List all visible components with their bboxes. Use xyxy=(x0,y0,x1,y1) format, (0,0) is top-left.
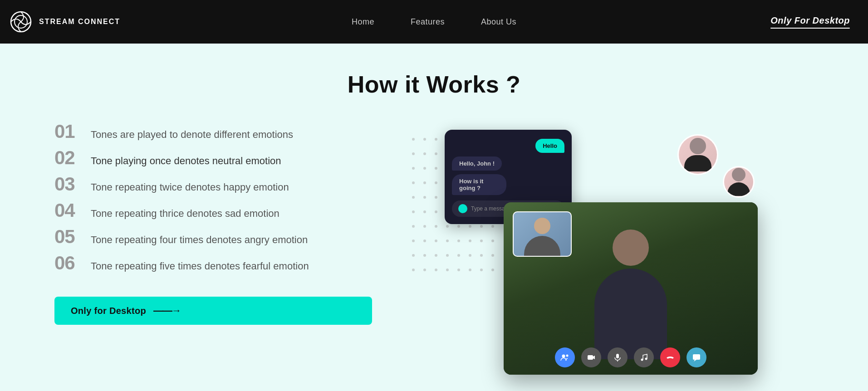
dot xyxy=(423,152,426,155)
dot xyxy=(446,225,449,228)
step-text-6: Tone repeating five times denotes fearfu… xyxy=(91,259,309,274)
dot xyxy=(435,269,437,271)
pip-person-body xyxy=(524,236,560,257)
svg-point-2 xyxy=(562,355,565,358)
dot xyxy=(412,225,415,228)
svg-point-8 xyxy=(641,359,643,361)
nav-link-home[interactable]: Home xyxy=(352,17,374,27)
step-item-3: 03 Tone repeating twice denotes happy em… xyxy=(54,173,372,195)
dot xyxy=(435,181,437,184)
main-person-head xyxy=(613,230,649,266)
dot xyxy=(435,152,437,155)
ctrl-chat-button[interactable] xyxy=(687,347,706,367)
dot xyxy=(469,239,471,242)
chat-icon xyxy=(692,353,701,362)
dot xyxy=(480,239,483,242)
section-title: How it Works ? xyxy=(54,71,814,98)
svg-point-3 xyxy=(566,355,569,357)
svg-rect-10 xyxy=(693,354,700,360)
ctrl-music-button[interactable] xyxy=(634,347,654,367)
ctrl-camera-button[interactable] xyxy=(581,347,601,367)
dot xyxy=(480,254,483,257)
dot xyxy=(435,138,437,141)
dot xyxy=(457,254,460,257)
chat-bubble-text-1: Hello xyxy=(535,139,564,153)
steps-list: 01 Tones are played to denote different … xyxy=(54,121,372,325)
dot xyxy=(457,225,460,228)
camera-icon xyxy=(587,353,596,362)
svg-marker-11 xyxy=(694,360,696,362)
nav-right-underline xyxy=(770,28,850,29)
dot xyxy=(412,254,415,257)
nav-right-title: Only For Desktop xyxy=(770,15,850,26)
dot xyxy=(446,239,449,242)
dot xyxy=(412,181,415,184)
ctrl-end-call-button[interactable] xyxy=(660,347,680,367)
dot xyxy=(491,254,494,257)
dot xyxy=(446,269,449,271)
cta-arrow-icon: ——→ xyxy=(153,305,181,317)
dot xyxy=(423,239,426,242)
avatar-large xyxy=(677,134,718,175)
dot xyxy=(457,239,460,242)
video-pip xyxy=(513,211,572,257)
step-number-5: 05 xyxy=(54,226,82,248)
nav-link-features[interactable]: Features xyxy=(411,17,445,27)
avatar-small-bg xyxy=(724,167,753,196)
pip-person-head xyxy=(534,218,550,234)
svg-rect-4 xyxy=(588,355,593,360)
avatar-large-bg xyxy=(679,136,717,174)
avatar-large-body xyxy=(684,155,711,171)
main-person-body xyxy=(594,269,667,359)
end-call-icon xyxy=(666,353,675,362)
svg-rect-6 xyxy=(616,354,619,358)
dot xyxy=(480,225,483,228)
video-main-bg xyxy=(504,202,758,375)
navbar: STREAM CONNECT Home Features About Us On… xyxy=(0,0,868,44)
dot xyxy=(423,196,426,199)
dot xyxy=(446,254,449,257)
step-item-5: 05 Tone repeating four times denotes ang… xyxy=(54,226,372,248)
cta-button[interactable]: Only for Desktop ——→ xyxy=(54,297,372,325)
steps-section: 01 Tones are played to denote different … xyxy=(54,121,814,325)
video-controls xyxy=(504,347,758,367)
music-icon xyxy=(639,353,648,362)
dot xyxy=(423,181,426,184)
step-number-1: 01 xyxy=(54,121,82,142)
avatar-small xyxy=(723,166,755,198)
ctrl-mic-button[interactable] xyxy=(608,347,628,367)
chat-bubble-1: Hello xyxy=(452,139,564,153)
dot xyxy=(469,225,471,228)
step-number-6: 06 xyxy=(54,252,82,274)
main-content: How it Works ? 01 Tones are played to de… xyxy=(0,44,868,391)
cta-button-label: Only for Desktop xyxy=(71,306,146,316)
dot xyxy=(480,269,483,271)
chat-bubble-3: How is it going ? xyxy=(452,174,564,195)
chat-bubble-text-2: Hello, John ! xyxy=(452,156,502,171)
main-person xyxy=(585,230,676,357)
nav-link-about[interactable]: About Us xyxy=(481,17,516,27)
step-text-3: Tone repeating twice denotes happy emoti… xyxy=(91,180,289,195)
dot xyxy=(412,269,415,271)
avatar-small-body xyxy=(727,182,750,196)
mic-icon xyxy=(613,353,622,362)
dot xyxy=(435,210,437,213)
step-item-4: 04 Tone repeating thrice denotes sad emo… xyxy=(54,200,372,221)
dot xyxy=(412,210,415,213)
logo[interactable]: STREAM CONNECT xyxy=(9,10,120,34)
step-number-2: 02 xyxy=(54,147,82,169)
dot xyxy=(491,225,494,228)
step-number-3: 03 xyxy=(54,173,82,195)
dot xyxy=(435,254,437,257)
dot xyxy=(412,152,415,155)
right-panel: // Generate dots inline (function() { co… xyxy=(408,121,814,325)
dot xyxy=(469,269,471,271)
ctrl-users-button[interactable] xyxy=(555,347,575,367)
step-text-2: Tone playing once denotes neutral emotio… xyxy=(91,153,281,168)
dot xyxy=(423,225,426,228)
dot xyxy=(412,138,415,141)
dot xyxy=(423,138,426,141)
chat-bubble-2: Hello, John ! xyxy=(452,156,564,171)
dot xyxy=(435,167,437,170)
chat-input-icon xyxy=(458,204,467,213)
